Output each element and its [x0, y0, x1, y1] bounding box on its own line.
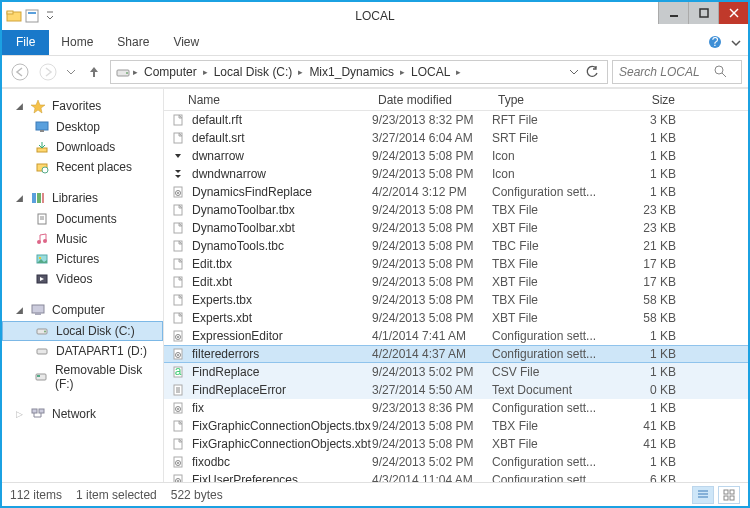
- quick-access-icon[interactable]: [24, 8, 40, 24]
- file-tab[interactable]: File: [2, 30, 49, 55]
- search-input[interactable]: [619, 65, 714, 79]
- back-button[interactable]: [8, 60, 32, 84]
- file-date: 9/24/2013 5:08 PM: [372, 149, 492, 163]
- breadcrumb-segment[interactable]: Local Disk (C:): [210, 65, 297, 79]
- computer-group[interactable]: ◢ Computer: [2, 299, 163, 321]
- refresh-icon[interactable]: [585, 65, 599, 79]
- svg-point-49: [177, 192, 179, 194]
- file-icon: [170, 220, 186, 236]
- file-row[interactable]: dwnarrow9/24/2013 5:08 PMIcon1 KB: [164, 147, 748, 165]
- tab-home[interactable]: Home: [49, 30, 105, 55]
- nav-removable-disk[interactable]: Removable Disk (F:): [2, 361, 163, 393]
- file-row[interactable]: dwndwnarrow9/24/2013 5:08 PMIcon1 KB: [164, 165, 748, 183]
- history-dropdown[interactable]: [64, 60, 78, 84]
- search-icon[interactable]: [714, 65, 727, 78]
- forward-button[interactable]: [36, 60, 60, 84]
- file-date: 9/24/2013 5:08 PM: [372, 239, 492, 253]
- file-date: 9/23/2013 8:32 PM: [372, 113, 492, 127]
- tab-view[interactable]: View: [161, 30, 211, 55]
- chevron-right-icon[interactable]: ▸: [133, 67, 138, 77]
- file-row[interactable]: ExpressionEditor4/1/2014 7:41 AMConfigur…: [164, 327, 748, 345]
- file-row[interactable]: FindReplaceError3/27/2014 5:50 AMText Do…: [164, 381, 748, 399]
- file-date: 9/24/2013 5:08 PM: [372, 257, 492, 271]
- nav-datapart1[interactable]: DATAPART1 (D:): [2, 341, 163, 361]
- icons-view-button[interactable]: [718, 486, 740, 504]
- file-date: 9/24/2013 5:02 PM: [372, 455, 492, 469]
- file-row[interactable]: Experts.tbx9/24/2013 5:08 PMTBX File58 K…: [164, 291, 748, 309]
- maximize-button[interactable]: [688, 2, 718, 24]
- file-row[interactable]: DynamoTools.tbc9/24/2013 5:08 PMTBC File…: [164, 237, 748, 255]
- file-type: Configuration sett...: [492, 347, 612, 361]
- close-button[interactable]: [718, 2, 748, 24]
- file-row[interactable]: Edit.xbt9/24/2013 5:08 PMXBT File17 KB: [164, 273, 748, 291]
- nav-downloads[interactable]: Downloads: [2, 137, 163, 157]
- file-icon: [170, 184, 186, 200]
- collapse-icon[interactable]: ◢: [16, 193, 24, 203]
- chevron-right-icon[interactable]: ▸: [298, 67, 303, 77]
- file-row[interactable]: DynamoToolbar.xbt9/24/2013 5:08 PMXBT Fi…: [164, 219, 748, 237]
- file-row[interactable]: fixodbc9/24/2013 5:02 PMConfiguration se…: [164, 453, 748, 471]
- file-row[interactable]: filterederrors4/2/2014 4:37 AMConfigurat…: [164, 345, 748, 363]
- file-row[interactable]: FixGraphicConnectionObjects.tbx9/24/2013…: [164, 417, 748, 435]
- network-group[interactable]: ▷ Network: [2, 403, 163, 425]
- file-row[interactable]: FixGraphicConnectionObjects.xbt9/24/2013…: [164, 435, 748, 453]
- collapse-icon[interactable]: ◢: [16, 305, 24, 315]
- file-row[interactable]: Experts.xbt9/24/2013 5:08 PMXBT File58 K…: [164, 309, 748, 327]
- file-row[interactable]: DynamicsFindReplace4/2/2014 3:12 PMConfi…: [164, 183, 748, 201]
- column-size[interactable]: Size: [612, 93, 682, 107]
- file-row[interactable]: default.rft9/23/2013 8:32 PMRFT File3 KB: [164, 111, 748, 129]
- breadcrumb[interactable]: ▸ Computer ▸ Local Disk (C:) ▸ Mix1_Dyna…: [110, 60, 608, 84]
- file-name: fix: [192, 401, 204, 415]
- address-dropdown-icon[interactable]: [569, 67, 579, 77]
- nav-videos[interactable]: Videos: [2, 269, 163, 289]
- file-date: 4/3/2014 11:04 AM: [372, 473, 492, 482]
- file-list[interactable]: default.rft9/23/2013 8:32 PMRFT File3 KB…: [164, 111, 748, 482]
- details-view-button[interactable]: [692, 486, 714, 504]
- nav-desktop[interactable]: Desktop: [2, 117, 163, 137]
- up-button[interactable]: [82, 60, 106, 84]
- chevron-right-icon[interactable]: ▸: [203, 67, 208, 77]
- nav-documents[interactable]: Documents: [2, 209, 163, 229]
- file-icon: [170, 436, 186, 452]
- minimize-button[interactable]: [658, 2, 688, 24]
- breadcrumb-segment[interactable]: LOCAL: [407, 65, 454, 79]
- file-type: RFT File: [492, 113, 612, 127]
- breadcrumb-segment[interactable]: Computer: [140, 65, 201, 79]
- nav-local-disk-c[interactable]: Local Disk (C:): [2, 321, 163, 341]
- nav-pictures[interactable]: Pictures: [2, 249, 163, 269]
- file-icon: [170, 166, 186, 182]
- collapse-icon[interactable]: ◢: [16, 101, 24, 111]
- file-row[interactable]: FixUserPreferences4/3/2014 11:04 AMConfi…: [164, 471, 748, 482]
- nav-music[interactable]: Music: [2, 229, 163, 249]
- svg-rect-91: [730, 496, 734, 500]
- file-size: 1 KB: [612, 401, 682, 415]
- chevron-right-icon[interactable]: ▸: [400, 67, 405, 77]
- column-name[interactable]: Name: [164, 93, 372, 107]
- nav-item-label: Music: [56, 232, 87, 246]
- search-box[interactable]: [612, 60, 742, 84]
- expand-ribbon-icon[interactable]: [730, 37, 742, 49]
- qa-dropdown[interactable]: [42, 8, 58, 24]
- file-type: Icon: [492, 167, 612, 181]
- file-name: Experts.tbx: [192, 293, 252, 307]
- nav-label: Computer: [52, 303, 105, 317]
- help-icon[interactable]: ?: [708, 35, 722, 49]
- file-name: FindReplaceError: [192, 383, 286, 397]
- nav-item-label: Videos: [56, 272, 92, 286]
- file-row[interactable]: fix9/23/2013 8:36 PMConfiguration sett..…: [164, 399, 748, 417]
- svg-point-36: [44, 331, 46, 333]
- tab-share[interactable]: Share: [105, 30, 161, 55]
- file-row[interactable]: Edit.tbx9/24/2013 5:08 PMTBX File17 KB: [164, 255, 748, 273]
- file-row[interactable]: DynamoToolbar.tbx9/24/2013 5:08 PMTBX Fi…: [164, 201, 748, 219]
- nav-recent[interactable]: Recent places: [2, 157, 163, 177]
- breadcrumb-segment[interactable]: Mix1_Dynamics: [305, 65, 398, 79]
- file-size: 1 KB: [612, 365, 682, 379]
- column-date[interactable]: Date modified: [372, 93, 492, 107]
- column-type[interactable]: Type: [492, 93, 612, 107]
- chevron-right-icon[interactable]: ▸: [456, 67, 461, 77]
- expand-icon[interactable]: ▷: [16, 409, 24, 419]
- file-row[interactable]: default.srt3/27/2014 6:04 AMSRT File1 KB: [164, 129, 748, 147]
- file-row[interactable]: aFindReplace9/24/2013 5:02 PMCSV File1 K…: [164, 363, 748, 381]
- libraries-group[interactable]: ◢ Libraries: [2, 187, 163, 209]
- favorites-group[interactable]: ◢ Favorites: [2, 95, 163, 117]
